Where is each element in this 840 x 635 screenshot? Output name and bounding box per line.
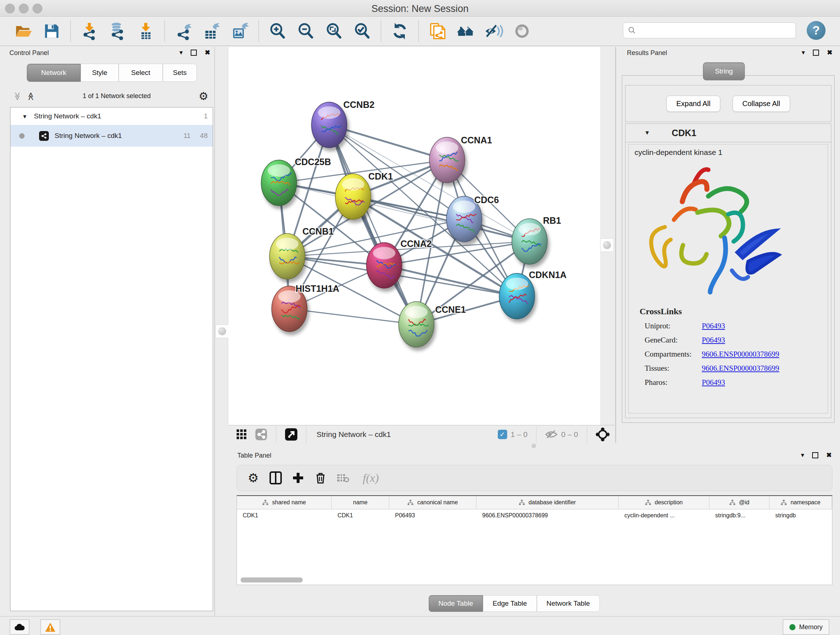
zoom-selected-button[interactable] [351,20,373,42]
help-button[interactable]: ? [807,21,826,40]
node-table[interactable]: shared namename canonical name database … [237,495,832,585]
column-header-name[interactable]: name [332,496,389,509]
zoom-fit-button[interactable] [323,20,345,42]
left-splitter-handle[interactable] [215,325,229,338]
right-splitter-handle[interactable] [600,238,614,252]
expand-all-button[interactable]: Expand All [666,96,720,112]
crosshair-icon[interactable] [596,428,609,441]
network-node[interactable] [270,233,305,279]
column-header-namespace[interactable]: namespace [769,496,832,509]
show-columns-icon[interactable] [266,468,286,488]
crosslink-row: Pharos:P06493 [645,378,828,387]
hide-details-button[interactable] [483,20,505,42]
float-panel-icon[interactable] [812,452,818,458]
tab-sets[interactable]: Sets [163,64,197,82]
search-box[interactable] [623,22,796,38]
apply-layout-button[interactable] [388,20,411,42]
column-header-shared-name[interactable]: shared name [237,496,332,509]
tab-network[interactable]: Network [27,64,81,82]
tab-node-table[interactable]: Node Table [429,595,483,612]
houses-button[interactable] [454,20,477,42]
close-panel-icon[interactable]: ✖ [827,49,832,57]
tab-select[interactable]: Select [118,64,163,82]
expand-all-icon[interactable]: ≫ [26,92,35,100]
collection-expand-icon[interactable]: ▼ [22,113,27,119]
open-session-button[interactable] [12,20,35,42]
network-badge-icon[interactable] [251,424,271,444]
network-node[interactable] [512,219,547,264]
zoom-in-button[interactable] [266,20,289,42]
memory-button[interactable]: Memory [783,619,829,635]
import-table-button[interactable] [134,20,157,42]
column-header--id[interactable]: @id [709,496,769,509]
right-splitter[interactable] [600,47,612,425]
export-image-button[interactable] [229,20,251,42]
crosslink-value[interactable]: P06493 [702,321,725,331]
gear-icon[interactable]: ⚙ [199,90,208,103]
entry-collapse-icon[interactable]: ▼ [644,130,650,136]
open-in-window-button[interactable] [281,424,301,444]
control-panel: Control Panel ▾ ✖ Network Style Select S… [3,47,215,616]
network-canvas[interactable]: CCNB2CCNA1CDC25BCDK1CDC6RB1CCNB1CCNA2CDK… [228,47,600,425]
search-input[interactable] [636,26,783,35]
export-network-button[interactable] [172,20,195,42]
birdseye-button[interactable] [511,20,533,42]
panel-menu-icon[interactable]: ▾ [802,49,805,57]
network-node[interactable] [499,273,535,319]
left-splitter[interactable] [216,47,228,425]
panel-menu-icon[interactable]: ▾ [180,49,183,57]
add-column-icon[interactable] [288,468,308,488]
table-cell[interactable]: cyclin-dependent ... [619,509,709,522]
warning-button[interactable] [41,619,60,635]
tab-string[interactable]: String [703,62,745,80]
network-node[interactable] [261,160,297,206]
zoom-out-button[interactable] [294,20,317,42]
tab-edge-table[interactable]: Edge Table [483,595,537,612]
result-entry-header[interactable]: ▼ CDK1 [625,124,831,142]
collapse-all-button[interactable]: Collapse All [733,96,790,112]
clone-network-button[interactable] [426,20,448,42]
network-node[interactable] [311,102,347,148]
splitter-handle-dot[interactable] [531,443,536,448]
column-header-canonical-name[interactable]: canonical name [389,496,477,509]
table-gear-icon[interactable]: ⚙ [243,468,263,488]
horizontal-scrollbar[interactable] [240,578,303,583]
selected-checkbox[interactable]: ✓ [498,430,507,439]
export-table-button[interactable] [201,20,223,42]
table-cell[interactable]: stringdb:9... [709,509,769,522]
network-node[interactable] [335,174,371,219]
float-panel-icon[interactable] [191,50,197,56]
network-node[interactable] [399,302,434,347]
crosslink-value[interactable]: P06493 [702,336,725,345]
table-cell[interactable]: stringdb [769,509,832,522]
network-collection-row[interactable]: ▼ String Network – cdk1 1 [11,108,213,125]
table-row[interactable]: CDK1CDK1P064939606.ENSP00000378699cyclin… [237,509,832,522]
search-icon [628,26,636,35]
column-header-description[interactable]: description [619,496,709,509]
close-panel-icon[interactable]: ✖ [826,451,832,459]
import-database-button[interactable] [106,20,129,42]
collapse-all-icon[interactable]: ≫ [13,92,22,100]
column-header-database-identifier[interactable]: database identifier [477,496,619,509]
cloud-button[interactable] [10,619,29,635]
table-cell[interactable]: 9606.ENSP00000378699 [477,509,619,522]
table-cell[interactable]: CDK1 [332,509,389,522]
close-panel-icon[interactable]: ✖ [205,49,210,57]
table-cell[interactable]: CDK1 [237,509,332,522]
table-cell[interactable]: P06493 [389,509,477,522]
network-row[interactable]: String Network – cdk1 11 48 [11,125,213,147]
grid-mode-button[interactable] [232,424,251,444]
network-node[interactable] [429,137,465,183]
crosslink-value[interactable]: P06493 [702,378,725,387]
save-session-button[interactable] [41,20,63,42]
panel-menu-icon[interactable]: ▾ [801,451,804,459]
import-network-button[interactable] [78,20,101,42]
tab-network-table[interactable]: Network Table [537,595,600,612]
horizontal-splitter[interactable] [218,443,840,449]
crosslink-value[interactable]: 9606.ENSP00000378699 [702,364,779,373]
tab-style[interactable]: Style [81,64,118,82]
float-panel-icon[interactable] [813,50,819,56]
crosslink-value[interactable]: 9606.ENSP00000378699 [702,350,779,359]
delete-column-icon[interactable] [311,468,330,488]
network-node[interactable] [366,242,402,288]
